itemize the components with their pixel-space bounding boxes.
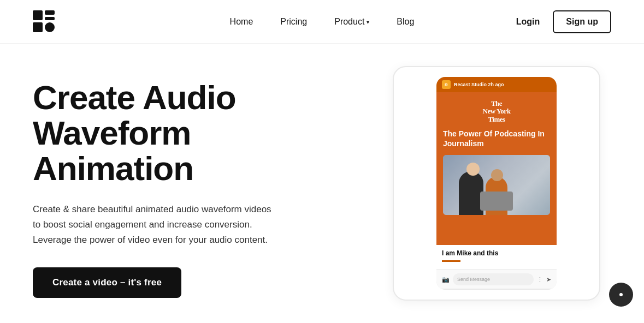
nav-home[interactable]: Home [230, 17, 253, 27]
nav-pricing[interactable]: Pricing [280, 17, 307, 27]
phone-footer: 📷 Send Message ⋮ ➤ [436, 270, 557, 289]
more-icon: ⋮ [537, 276, 543, 283]
podcast-image [443, 155, 550, 215]
app-icon: R [442, 80, 451, 89]
header-actions: Login Sign up [516, 10, 611, 33]
nav-blog[interactable]: Blog [397, 17, 414, 27]
hero-section: Create Audio Waveform Animation Create &… [33, 69, 317, 297]
logo[interactable] [33, 10, 56, 33]
svg-rect-1 [45, 10, 55, 15]
svg-rect-4 [45, 22, 55, 32]
message-input: Send Message [453, 273, 534, 285]
svg-rect-0 [33, 10, 43, 20]
waveform-bar [442, 260, 460, 262]
notification-text: Recast Studio 2h ago [454, 82, 504, 87]
podcast-title: The Power Of Podcasting In Journalism [443, 129, 550, 148]
phone-content: TheNew YorkTimes The Power Of Podcasting… [436, 92, 557, 245]
camera-icon: 📷 [442, 276, 450, 283]
svg-rect-3 [33, 22, 43, 32]
hero-description: Create & share beautiful animated audio … [33, 202, 273, 248]
phone-preview: R Recast Studio 2h ago TheNew YorkTimes … [393, 66, 600, 301]
nyt-logo: TheNew YorkTimes [443, 100, 550, 123]
main-nav: Home Pricing Product ▾ Blog [230, 17, 415, 27]
hero-title: Create Audio Waveform Animation [33, 80, 317, 186]
floating-button[interactable] [609, 283, 633, 307]
send-icon: ➤ [546, 276, 551, 283]
nav-product[interactable]: Product ▾ [334, 17, 369, 27]
phone-screen: R Recast Studio 2h ago TheNew YorkTimes … [436, 77, 557, 290]
notification-bar: R Recast Studio 2h ago [436, 77, 557, 92]
caption-text: I am Mike and this [442, 249, 551, 257]
circle-dot [619, 293, 623, 296]
login-button[interactable]: Login [516, 17, 540, 27]
main-content: Create Audio Waveform Animation Create &… [0, 44, 644, 323]
chevron-down-icon: ▾ [367, 19, 369, 25]
svg-rect-2 [45, 17, 55, 20]
header: Home Pricing Product ▾ Blog Login Sign u… [0, 0, 644, 44]
signup-button[interactable]: Sign up [553, 10, 611, 33]
phone-caption: I am Mike and this [436, 245, 557, 270]
cta-button[interactable]: Create a video – it's free [33, 267, 181, 298]
